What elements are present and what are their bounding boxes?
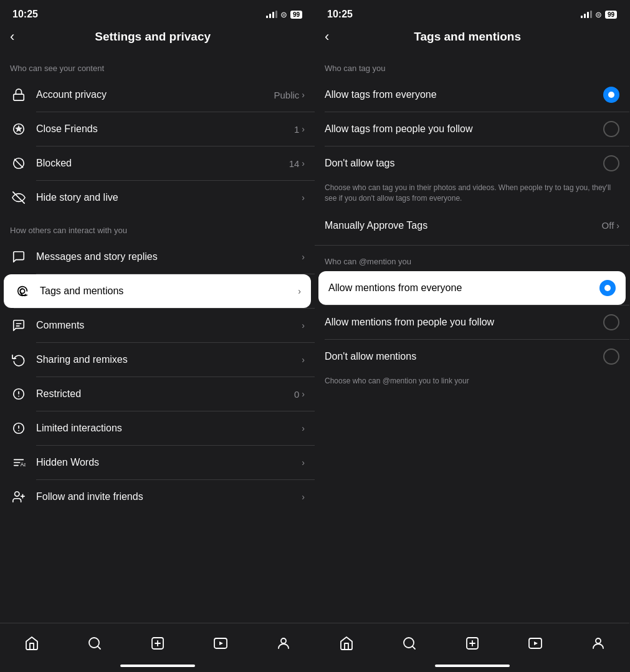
nav-profile-left[interactable]	[270, 630, 297, 657]
battery-right: 99	[605, 11, 617, 19]
left-panel: 10:25 ⊜ 99 ‹ Settings and privacy Who ca…	[0, 0, 315, 672]
close-friends-value: 1	[294, 124, 299, 135]
svg-line-28	[412, 646, 414, 649]
nav-home-right[interactable]	[333, 630, 360, 657]
sharing-label: Sharing and remixes	[36, 354, 302, 365]
time-left: 10:25	[12, 9, 38, 20]
wifi-icon-right: ⊜	[595, 10, 602, 19]
signal-icon-left	[266, 11, 277, 18]
nav-add-right[interactable]	[459, 630, 486, 657]
menu-item-hide-story[interactable]: Hide story and live ›	[0, 181, 315, 214]
nav-add-left[interactable]	[144, 630, 171, 657]
restricted-label: Restricted	[36, 388, 294, 400]
back-button-left[interactable]: ‹	[10, 29, 14, 45]
chevron-hide-story: ›	[302, 193, 305, 203]
menu-item-tags-mentions[interactable]: Tags and mentions ›	[4, 274, 311, 308]
back-button-right[interactable]: ‹	[325, 29, 329, 45]
chevron-hidden-words: ›	[302, 458, 305, 468]
time-right: 10:25	[327, 9, 353, 20]
svg-line-20	[97, 646, 100, 649]
page-header-right: ‹ Tags and mentions	[315, 24, 629, 52]
home-indicator-left	[120, 665, 195, 667]
follow-label: Follow and invite friends	[36, 491, 302, 502]
tag-everyone-label: Allow tags from everyone	[325, 89, 603, 100]
menu-item-restricted[interactable]: Restricted 0 ›	[0, 377, 315, 411]
status-bar-right: 10:25 ⊜ 99	[315, 0, 629, 24]
tag-description: Choose who can tag you in their photos a…	[315, 180, 629, 211]
restricted-value: 0	[294, 389, 299, 400]
chevron-restricted: ›	[302, 389, 305, 399]
nav-home-left[interactable]	[18, 630, 45, 657]
page-title-right: Tags and mentions	[335, 30, 599, 44]
close-friends-label: Close Friends	[36, 123, 294, 135]
status-icons-right: ⊜ 99	[581, 10, 617, 19]
comment-icon	[10, 317, 27, 334]
svg-text:Aa: Aa	[21, 462, 26, 468]
mention-everyone-row[interactable]: Allow mentions from everyone	[318, 271, 626, 305]
mention-everyone-radio[interactable]	[599, 280, 616, 296]
menu-item-close-friends[interactable]: Close Friends 1 ›	[0, 112, 315, 146]
lock-icon	[10, 86, 27, 103]
sharing-icon	[10, 351, 27, 368]
message-icon	[10, 248, 27, 266]
manually-approve-row[interactable]: Manually Approve Tags Off ›	[315, 211, 629, 240]
svg-line-4	[14, 159, 22, 167]
tag-follow-label: Allow tags from people you follow	[325, 123, 603, 135]
wifi-icon-left: ⊜	[280, 10, 287, 19]
tags-mentions-label: Tags and mentions	[40, 286, 298, 297]
chevron-account-privacy: ›	[302, 90, 305, 100]
mention-none-radio[interactable]	[603, 348, 619, 365]
svg-rect-0	[14, 94, 24, 100]
section-header-see-content: Who can see your content	[0, 52, 315, 78]
tag-none-row[interactable]: Don't allow tags	[315, 146, 629, 180]
mention-none-label: Don't allow mentions	[325, 351, 603, 362]
mention-follow-label: Allow mentions from people you follow	[325, 317, 603, 328]
tag-everyone-row[interactable]: Allow tags from everyone	[315, 78, 629, 112]
tag-everyone-radio[interactable]	[603, 87, 619, 103]
limited-icon	[10, 420, 27, 437]
svg-point-16	[15, 492, 19, 496]
mention-everyone-label: Allow mentions from everyone	[328, 282, 599, 294]
nav-profile-right[interactable]	[585, 630, 612, 657]
tag-none-radio[interactable]	[603, 155, 619, 171]
block-icon	[10, 155, 27, 172]
nav-video-left[interactable]	[207, 630, 234, 657]
chevron-messages: ›	[302, 252, 305, 262]
mention-follow-radio[interactable]	[603, 314, 619, 330]
hide-story-label: Hide story and live	[36, 192, 302, 203]
nav-search-right[interactable]	[396, 630, 423, 657]
nav-search-left[interactable]	[81, 630, 108, 657]
hide-story-icon	[10, 189, 27, 206]
nav-video-right[interactable]	[522, 630, 549, 657]
menu-item-blocked[interactable]: Blocked 14 ›	[0, 146, 315, 180]
svg-marker-33	[534, 641, 538, 645]
chevron-blocked: ›	[302, 158, 305, 168]
battery-left: 99	[290, 11, 302, 19]
page-title-left: Settings and privacy	[21, 30, 285, 44]
tag-follow-radio[interactable]	[603, 121, 619, 137]
status-bar-left: 10:25 ⊜ 99	[0, 0, 315, 24]
text-icon: Aa	[10, 454, 27, 471]
svg-point-34	[596, 638, 601, 643]
menu-item-sharing[interactable]: Sharing and remixes ›	[0, 343, 315, 377]
menu-item-account-privacy[interactable]: Account privacy Public ›	[0, 78, 315, 112]
manually-approve-label: Manually Approve Tags	[325, 220, 602, 231]
tag-none-label: Don't allow tags	[325, 158, 603, 169]
svg-marker-25	[219, 641, 223, 645]
mention-follow-row[interactable]: Allow mentions from people you follow	[315, 305, 629, 339]
menu-item-limited[interactable]: Limited interactions ›	[0, 411, 315, 445]
chevron-sharing: ›	[302, 355, 305, 365]
menu-item-messages[interactable]: Messages and story replies ›	[0, 240, 315, 274]
messages-label: Messages and story replies	[36, 251, 302, 262]
mention-none-row[interactable]: Don't allow mentions	[315, 340, 629, 373]
tag-follow-row[interactable]: Allow tags from people you follow	[315, 112, 629, 146]
menu-item-hidden-words[interactable]: Aa Hidden Words ›	[0, 446, 315, 479]
bottom-nav-left	[0, 623, 315, 661]
who-can-mention-header: Who can @mention you	[315, 246, 629, 271]
restricted-icon	[10, 385, 27, 403]
chevron-manually-approve: ›	[616, 221, 619, 231]
menu-item-comments[interactable]: Comments ›	[0, 309, 315, 342]
comments-label: Comments	[36, 320, 302, 331]
menu-item-follow[interactable]: Follow and invite friends ›	[0, 480, 315, 514]
manually-approve-value: Off	[602, 220, 614, 231]
